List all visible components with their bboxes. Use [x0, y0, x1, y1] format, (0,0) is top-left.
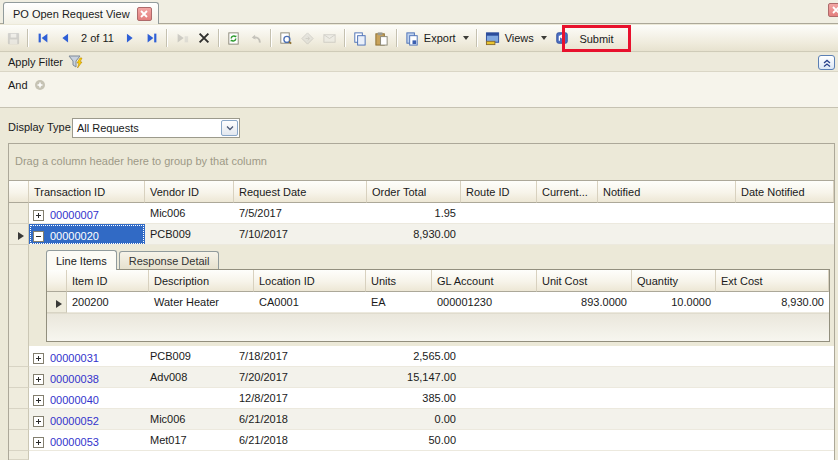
date-notified-cell[interactable] — [736, 203, 834, 224]
expand-icon[interactable] — [33, 437, 44, 448]
current-cell[interactable] — [537, 224, 598, 245]
notified-cell[interactable] — [598, 203, 736, 224]
expand-icon[interactable] — [33, 374, 44, 385]
route-id-cell[interactable] — [461, 224, 537, 245]
table-row[interactable]: 00000038 Adv008 7/20/2017 15,147.00 — [9, 367, 834, 388]
column-header-route-id[interactable]: Route ID — [461, 181, 537, 203]
route-id-cell[interactable] — [461, 388, 537, 409]
date-notified-cell[interactable] — [736, 409, 834, 430]
order-total-cell[interactable]: 1.95 — [367, 203, 461, 224]
notified-cell[interactable] — [598, 224, 736, 245]
tab-line-items[interactable]: Line Items — [46, 250, 117, 270]
goto-button[interactable] — [297, 27, 319, 49]
route-id-cell[interactable] — [461, 430, 537, 451]
last-record-button[interactable] — [141, 27, 163, 49]
request-date-cell[interactable]: 7/20/2017 — [234, 367, 367, 388]
date-notified-cell[interactable] — [736, 224, 834, 245]
current-cell[interactable] — [537, 388, 598, 409]
delete-record-button[interactable] — [193, 27, 215, 49]
print-preview-button[interactable] — [275, 27, 297, 49]
vendor-id-cell[interactable]: PCB009 — [145, 346, 234, 367]
request-date-cell[interactable]: 7/5/2017 — [234, 203, 367, 224]
column-header-gl-account[interactable]: GL Account — [432, 270, 537, 292]
vendor-id-cell[interactable] — [145, 388, 234, 409]
notified-cell[interactable] — [598, 430, 736, 451]
date-notified-cell[interactable] — [736, 346, 834, 367]
request-date-cell[interactable]: 12/8/2017 — [234, 388, 367, 409]
column-header-description[interactable]: Description — [149, 270, 254, 292]
order-total-cell[interactable]: 0.00 — [367, 409, 461, 430]
submit-button[interactable]: Submit — [567, 27, 626, 50]
transaction-id-cell[interactable]: 00000031 — [29, 346, 145, 367]
request-date-cell[interactable]: 7/18/2017 — [234, 346, 367, 367]
collapse-icon[interactable] — [33, 231, 44, 242]
transaction-id-link[interactable]: 00000038 — [50, 373, 99, 385]
current-cell[interactable] — [537, 430, 598, 451]
request-date-cell[interactable]: 6/21/2018 — [234, 430, 367, 451]
tab-response-detail[interactable]: Response Detail — [119, 251, 220, 269]
vendor-id-cell[interactable]: Mic006 — [145, 203, 234, 224]
transaction-id-cell[interactable]: 00000040 — [29, 388, 145, 409]
first-record-button[interactable] — [32, 27, 54, 49]
undo-button[interactable] — [245, 27, 267, 49]
order-total-cell[interactable]: 15,147.00 — [367, 367, 461, 388]
table-row[interactable]: 00000031 PCB009 7/18/2017 2,565.00 — [9, 346, 834, 367]
notified-cell[interactable] — [598, 388, 736, 409]
paste-button[interactable] — [371, 27, 393, 49]
current-cell[interactable] — [537, 346, 598, 367]
column-header-ext-cost[interactable]: Ext Cost — [716, 270, 829, 292]
transaction-id-link[interactable]: 00000053 — [50, 436, 99, 448]
table-row[interactable]: 00000007 Mic006 7/5/2017 1.95 — [9, 203, 834, 224]
current-cell[interactable] — [537, 367, 598, 388]
collapse-filter-button[interactable] — [818, 55, 835, 70]
date-notified-cell[interactable] — [736, 388, 834, 409]
transaction-id-link[interactable]: 00000007 — [50, 209, 99, 221]
route-id-cell[interactable] — [461, 346, 537, 367]
notified-cell[interactable] — [598, 346, 736, 367]
route-id-cell[interactable] — [461, 203, 537, 224]
order-total-cell[interactable]: 50.00 — [367, 430, 461, 451]
transaction-id-cell[interactable]: 00000038 — [29, 367, 145, 388]
table-row[interactable]: 00000040 12/8/2017 385.00 — [9, 388, 834, 409]
add-condition-icon[interactable] — [34, 79, 46, 91]
refresh-button[interactable] — [223, 27, 245, 49]
next-record-button[interactable] — [119, 27, 141, 49]
column-header-vendor-id[interactable]: Vendor ID — [145, 181, 234, 203]
route-id-cell[interactable] — [461, 409, 537, 430]
item-id-cell[interactable]: 200200 — [67, 292, 149, 313]
order-total-cell[interactable]: 385.00 — [367, 388, 461, 409]
transaction-id-link[interactable]: 00000040 — [50, 394, 99, 406]
description-cell[interactable]: Water Heater — [149, 292, 254, 313]
post-record-button[interactable] — [171, 27, 193, 49]
notified-cell[interactable] — [598, 367, 736, 388]
column-header-location-id[interactable]: Location ID — [254, 270, 366, 292]
date-notified-cell[interactable] — [736, 367, 834, 388]
column-header-current[interactable]: Current... — [537, 181, 598, 203]
copy-button[interactable] — [349, 27, 371, 49]
transaction-id-link[interactable]: 00000031 — [50, 352, 99, 364]
transaction-id-cell[interactable]: 00000007 — [29, 203, 145, 224]
current-cell[interactable] — [537, 203, 598, 224]
column-header-order-total[interactable]: Order Total — [367, 181, 461, 203]
date-notified-cell[interactable] — [736, 430, 834, 451]
transaction-id-link[interactable]: 00000020 — [50, 230, 99, 242]
group-by-panel[interactable]: Drag a column header here to group by th… — [9, 144, 834, 180]
vendor-id-cell[interactable]: PCB009 — [145, 224, 234, 245]
tab-po-open-request-view[interactable]: PO Open Request View — [3, 2, 159, 24]
gl-account-cell[interactable]: 000001230 — [432, 292, 537, 313]
transaction-id-cell[interactable]: 00000053 — [29, 430, 145, 451]
views-button[interactable]: Views — [481, 27, 551, 49]
display-type-select[interactable]: All Requests — [72, 118, 240, 138]
email-button[interactable] — [319, 27, 341, 49]
save-button[interactable] — [2, 27, 24, 49]
previous-record-button[interactable] — [54, 27, 76, 49]
filter-icon[interactable] — [68, 55, 84, 69]
transaction-id-cell[interactable]: 00000052 — [29, 409, 145, 430]
column-header-units[interactable]: Units — [366, 270, 432, 292]
combo-dropdown-button[interactable] — [221, 120, 238, 136]
route-id-cell[interactable] — [461, 367, 537, 388]
transaction-id-cell[interactable]: 00000020 — [29, 224, 145, 245]
filter-and-operator[interactable]: And — [8, 79, 28, 91]
units-cell[interactable]: EA — [366, 292, 432, 313]
current-cell[interactable] — [537, 409, 598, 430]
